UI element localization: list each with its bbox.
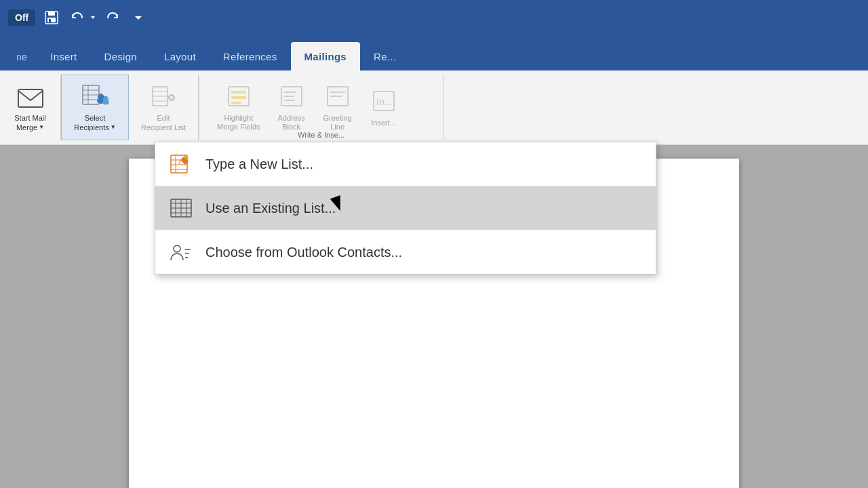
ribbon-tabs: ne Insert Design Layout References Maili… bbox=[0, 35, 868, 70]
svg-point-12 bbox=[99, 94, 103, 98]
use-existing-list-label: Use an Existing List... bbox=[205, 201, 336, 216]
tab-references[interactable]: References bbox=[210, 44, 291, 70]
insert-merge-field-icon: In... bbox=[369, 87, 399, 117]
svg-point-15 bbox=[104, 96, 108, 100]
tab-insert[interactable]: Insert bbox=[37, 44, 90, 70]
edit-recipient-list-label: Edit Recipient List bbox=[141, 114, 186, 131]
greeting-line-button[interactable]: Greeting Line bbox=[317, 80, 358, 134]
svg-rect-2 bbox=[47, 18, 56, 22]
toggle-label: Off bbox=[15, 12, 28, 23]
use-existing-list-item[interactable]: Use an Existing List... bbox=[155, 186, 656, 230]
choose-outlook-contacts-item[interactable]: Choose from Outlook Contacts... bbox=[155, 230, 656, 274]
svg-rect-3 bbox=[49, 19, 51, 22]
svg-point-48 bbox=[174, 245, 180, 252]
ribbon-group-edit-recipients: Edit Recipient List bbox=[129, 75, 199, 140]
tab-review[interactable]: Re... bbox=[360, 44, 410, 70]
undo-button[interactable] bbox=[66, 7, 88, 28]
start-mail-merge-icon bbox=[16, 83, 45, 113]
title-bar: Off bbox=[0, 0, 868, 35]
highlight-merge-fields-label: Highlight Merge Fields bbox=[217, 114, 260, 131]
ribbon-content: Start Mail Merge ▼ bbox=[0, 70, 868, 145]
quick-access-toolbar bbox=[41, 7, 149, 28]
address-block-label: Address Block bbox=[277, 114, 304, 131]
address-block-button[interactable]: Address Block bbox=[271, 80, 312, 134]
type-new-list-item[interactable]: Type a New List... bbox=[155, 142, 656, 186]
ribbon-group-select-recipients: Select Recipients ▼ bbox=[61, 75, 129, 140]
insert-merge-field-label: Insert... bbox=[371, 119, 396, 127]
highlight-merge-fields-button[interactable]: Highlight Merge Fields bbox=[212, 80, 266, 134]
save-button[interactable] bbox=[41, 7, 62, 28]
tab-layout[interactable]: Layout bbox=[151, 44, 210, 70]
undo-dropdown-button[interactable] bbox=[88, 7, 98, 28]
ribbon-group-start-mail-merge: Start Mail Merge ▼ bbox=[0, 75, 61, 140]
svg-rect-25 bbox=[231, 102, 241, 104]
choose-outlook-contacts-icon bbox=[169, 240, 193, 264]
greeting-line-icon bbox=[323, 83, 353, 113]
select-recipients-dropdown: Type a New List... Use an Existing List.… bbox=[155, 142, 656, 274]
greeting-line-label: Greeting Line bbox=[323, 114, 352, 131]
edit-recipient-list-button[interactable]: Edit Recipient List bbox=[136, 80, 191, 134]
select-recipients-label: Select Recipients ▼ bbox=[74, 114, 115, 131]
highlight-merge-fields-icon bbox=[224, 83, 254, 113]
insert-merge-field-button[interactable]: In... Insert... bbox=[363, 80, 404, 134]
use-existing-list-icon bbox=[169, 196, 193, 220]
tab-mailings[interactable]: Mailings bbox=[291, 42, 360, 70]
customize-quick-access-button[interactable] bbox=[127, 7, 149, 28]
edit-recipient-list-icon bbox=[149, 83, 178, 113]
start-mail-merge-label: Start Mail Merge ▼ bbox=[14, 114, 45, 131]
tab-home[interactable]: ne bbox=[7, 46, 37, 70]
select-recipients-icon bbox=[80, 83, 110, 113]
choose-outlook-contacts-label: Choose from Outlook Contacts... bbox=[205, 245, 402, 260]
svg-line-40 bbox=[179, 160, 180, 164]
svg-rect-5 bbox=[17, 91, 44, 107]
svg-text:In...: In... bbox=[376, 96, 392, 107]
ribbon-group-write-insert: Highlight Merge Fields Address Block bbox=[199, 75, 443, 140]
select-recipients-button[interactable]: Select Recipients ▼ bbox=[68, 80, 121, 134]
svg-rect-24 bbox=[231, 96, 246, 99]
tab-design[interactable]: Design bbox=[91, 44, 151, 70]
write-insert-fields-label: Write & Inse... bbox=[199, 131, 443, 139]
redo-button[interactable] bbox=[102, 7, 123, 28]
svg-point-16 bbox=[102, 100, 109, 105]
start-mail-merge-button[interactable]: Start Mail Merge ▼ bbox=[9, 80, 51, 134]
svg-rect-23 bbox=[231, 91, 246, 94]
type-new-list-icon bbox=[169, 152, 193, 176]
address-block-icon bbox=[277, 83, 307, 113]
type-new-list-label: Type a New List... bbox=[205, 157, 313, 172]
svg-rect-1 bbox=[48, 12, 55, 16]
toggle-off-button[interactable]: Off bbox=[8, 9, 35, 26]
